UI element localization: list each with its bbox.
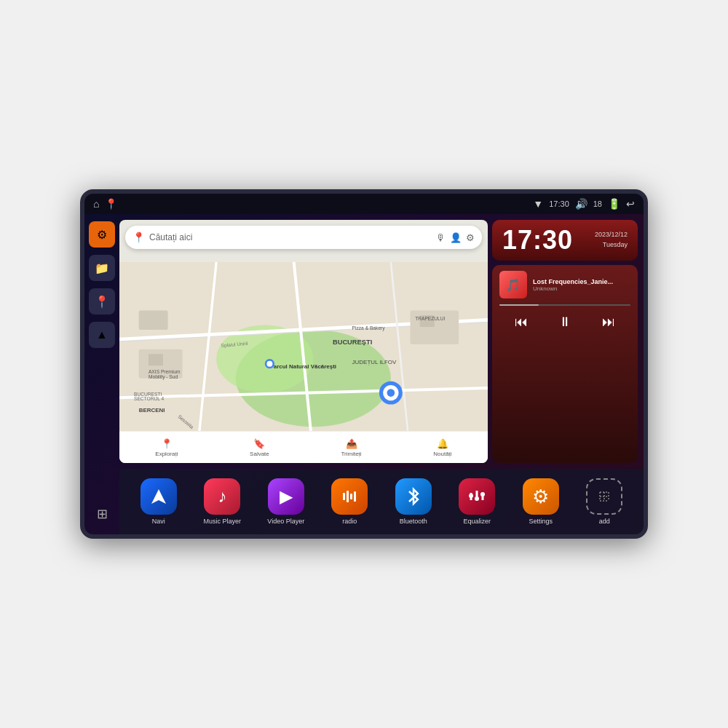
news-label: Noutăți (433, 451, 451, 457)
music-widget: Lost Frequencies_Janie... Unknown ⏮ ⏸ ⏭ (492, 265, 638, 463)
svg-text:BUCUREȘTI: BUCUREȘTI (333, 339, 372, 346)
music-player-label: Music Player (203, 518, 241, 525)
settings-icon: ⚙ (523, 478, 559, 515)
clock-date-value: 2023/12/12 (595, 230, 628, 240)
music-progress-fill (499, 304, 539, 306)
status-left-icons: ⌂ 📍 (93, 198, 117, 210)
music-title: Lost Frequencies_Janie... (533, 278, 630, 285)
map-panel[interactable]: 📍 Căutați aici 🎙 👤 ⚙ (119, 220, 488, 463)
svg-rect-36 (354, 491, 356, 502)
svg-rect-33 (343, 493, 345, 500)
svg-text:Parcul Natural Văcărești: Parcul Natural Văcărești (269, 363, 336, 370)
svg-rect-35 (350, 494, 352, 499)
map-news-btn[interactable]: 🔔 Noutăți (433, 438, 451, 457)
map-search-bar[interactable]: 📍 Căutați aici 🎙 👤 ⚙ (125, 226, 482, 249)
main-area: ⚙ 📁 📍 ▲ ⊞ 📍 Că (84, 214, 644, 534)
bluetooth-icon (395, 478, 432, 515)
clock-date: 2023/12/12 Tuesday (595, 230, 628, 250)
map-pin-status-icon[interactable]: 📍 (105, 198, 117, 210)
music-track-info: Lost Frequencies_Janie... Unknown (499, 271, 630, 298)
clock-time: 17:30 (502, 227, 573, 253)
soundwave-icon (340, 487, 359, 506)
app-equalizer[interactable]: Equalizer (454, 478, 499, 525)
svg-text:JUDEȚUL ILFOV: JUDEȚUL ILFOV (352, 359, 397, 365)
status-bar: ⌂ 📍 ▼ 17:30 🔊 18 🔋 ↩ (84, 194, 644, 214)
battery-icon: 🔋 (608, 198, 620, 210)
video-player-icon: ▶ (268, 478, 304, 515)
radio-label: radio (342, 518, 357, 525)
music-text: Lost Frequencies_Janie... Unknown (533, 278, 630, 292)
svg-text:TRAPEZULUI: TRAPEZULUI (415, 316, 445, 321)
svg-rect-10 (149, 354, 163, 365)
add-label: add (599, 518, 610, 525)
share-label: Trimiteți (341, 451, 361, 457)
saved-label: Salvate (250, 451, 269, 457)
bluetooth-symbol-icon (405, 487, 422, 506)
sidebar-folder-btn[interactable]: 📁 (89, 255, 115, 281)
map-saved-btn[interactable]: 🔖 Salvate (250, 438, 269, 457)
news-icon: 🔔 (437, 438, 448, 449)
back-icon[interactable]: ↩ (626, 198, 635, 210)
map-explore-btn[interactable]: 📍 Explorați (155, 438, 178, 457)
next-button[interactable]: ⏭ (596, 312, 621, 333)
grid-icon: ⊞ (97, 506, 108, 522)
map-settings-icon[interactable]: ⚙ (466, 232, 475, 243)
app-bluetooth[interactable]: Bluetooth (391, 478, 436, 525)
sidebar: ⚙ 📁 📍 ▲ ⊞ (84, 214, 119, 534)
music-progress-bar[interactable] (499, 304, 630, 306)
music-controls: ⏮ ⏸ ⏭ (499, 312, 630, 333)
explore-icon: 📍 (161, 438, 173, 449)
sidebar-settings-btn[interactable]: ⚙ (89, 221, 115, 248)
svg-point-40 (475, 496, 479, 501)
bluetooth-label: Bluetooth (400, 518, 427, 525)
svg-point-38 (469, 494, 473, 498)
app-settings[interactable]: ⚙ Settings (518, 478, 563, 525)
folder-icon: 📁 (95, 261, 109, 275)
app-grid: Navi ♪ Music Player ▶ Video Player (119, 469, 644, 534)
radio-icon (331, 478, 368, 515)
sidebar-grid-btn[interactable]: ⊞ (89, 501, 115, 527)
navi-label: Navi (152, 518, 165, 525)
svg-marker-32 (151, 489, 166, 504)
device-frame: ⌂ 📍 ▼ 17:30 🔊 18 🔋 ↩ ⚙ 📁 📍 ▲ ⊞ (80, 189, 648, 539)
map-profile-icon[interactable]: 👤 (450, 232, 462, 243)
map-bottom-bar: 📍 Explorați 🔖 Salvate 📤 Trimiteți � (119, 431, 488, 463)
map-icon: 📍 (95, 295, 109, 309)
equalizer-label: Equalizer (463, 518, 491, 525)
app-add[interactable]: add (582, 478, 627, 525)
wifi-icon: ▼ (533, 198, 543, 210)
home-icon[interactable]: ⌂ (93, 198, 99, 210)
clock-widget: 17:30 2023/12/12 Tuesday (492, 220, 638, 261)
svg-rect-11 (139, 310, 168, 330)
sidebar-nav-btn[interactable]: ▲ (89, 322, 115, 348)
navi-icon (141, 478, 177, 515)
right-panel: 17:30 2023/12/12 Tuesday Lost Frequencie… (492, 220, 638, 463)
map-share-btn[interactable]: 📤 Trimiteți (341, 438, 361, 457)
gear-icon: ⚙ (97, 228, 107, 242)
app-music-player[interactable]: ♪ Music Player (199, 478, 245, 525)
prev-button[interactable]: ⏮ (509, 312, 534, 333)
music-player-icon: ♪ (204, 478, 240, 515)
pause-button[interactable]: ⏸ (553, 312, 577, 333)
sidebar-map-btn[interactable]: 📍 (89, 288, 115, 314)
music-artist: Unknown (533, 285, 630, 292)
app-navi[interactable]: Navi (136, 478, 181, 525)
battery-level: 18 (593, 199, 602, 208)
dashed-grid-icon (594, 486, 614, 507)
play-icon: ▶ (280, 486, 293, 507)
equalizer-icon (459, 478, 495, 515)
map-pin-icon: 📍 (132, 232, 145, 243)
top-panels: 📍 Căutați aici 🎙 👤 ⚙ (119, 214, 644, 469)
gear-app-icon: ⚙ (532, 486, 549, 508)
settings-label: Settings (529, 518, 553, 525)
map-voice-icon[interactable]: 🎙 (436, 232, 446, 243)
app-video-player[interactable]: ▶ Video Player (264, 478, 309, 525)
clock-day: Tuesday (595, 240, 628, 250)
add-icon (586, 478, 622, 515)
explore-label: Explorați (155, 451, 178, 457)
svg-text:SECTORUL 4: SECTORUL 4 (134, 396, 165, 401)
center-content: 📍 Căutați aici 🎙 👤 ⚙ (119, 214, 644, 534)
svg-rect-34 (347, 491, 349, 502)
navigation-arrow-icon (149, 486, 169, 507)
app-radio[interactable]: radio (327, 478, 372, 525)
